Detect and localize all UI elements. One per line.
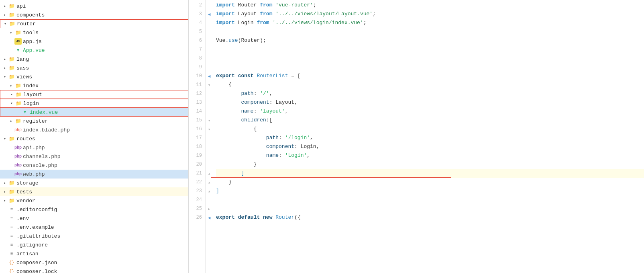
fold-down-icon[interactable]: ▾ — [208, 118, 211, 123]
folder-icon — [8, 21, 16, 27]
sidebar-item[interactable]: sass — [0, 64, 188, 72]
code-token: component — [266, 142, 294, 151]
sidebar-item[interactable]: router — [0, 19, 188, 28]
line-number: 25 — [189, 204, 202, 213]
code-token: component — [241, 98, 269, 107]
sidebar-item[interactable]: php index.blade.php — [0, 125, 188, 134]
fold-up-icon[interactable]: ▴ — [208, 171, 211, 176]
sidebar-item[interactable]: php channels.php — [0, 152, 188, 161]
code-token — [235, 213, 238, 222]
sidebar-item[interactable]: routes — [0, 134, 188, 143]
php-file-icon: php — [14, 171, 22, 177]
sidebar-item-label: .gitignore — [16, 242, 48, 248]
sidebar-item[interactable]: ≡ .editorconfig — [0, 205, 188, 214]
sidebar-item[interactable]: {} composer.json — [0, 258, 188, 267]
tree-arrow — [2, 181, 8, 185]
fold-right-icon[interactable]: ▸ — [208, 206, 211, 211]
code-token: , — [310, 133, 313, 142]
fold-marker[interactable]: ◀ — [206, 10, 213, 18]
code-token: const — [238, 72, 254, 80]
fold-marker[interactable]: ◀ — [206, 213, 213, 222]
sidebar-item[interactable]: register — [0, 117, 188, 125]
sidebar-item[interactable]: views — [0, 72, 188, 81]
code-line: export const RouterList = [ — [216, 72, 644, 80]
js-file-icon: JS — [14, 38, 22, 45]
folder-icon — [8, 74, 15, 80]
fold-marker[interactable]: ▴ — [206, 169, 213, 178]
sidebar-item-label: web.php — [23, 171, 45, 177]
line-number: 20 — [189, 160, 202, 169]
sidebar-item[interactable]: php console.php — [0, 161, 188, 170]
sidebar-item[interactable]: layout — [0, 90, 188, 99]
fold-left-icon[interactable]: ◀ — [208, 12, 211, 17]
fold-up-icon[interactable]: ▴ — [208, 189, 211, 194]
fold-marker[interactable]: ▾ — [206, 116, 213, 125]
code-token: 'layout' — [260, 107, 285, 116]
code-editor: 2345678910111213141516171819202122232425… — [189, 0, 644, 273]
fold-marker[interactable]: ▾ — [206, 80, 213, 89]
sidebar-item-label: .env.example — [16, 224, 54, 230]
code-token: path — [241, 89, 253, 98]
sidebar-item[interactable]: lang — [0, 55, 188, 64]
fold-marker — [206, 89, 213, 98]
code-token: : — [254, 89, 260, 98]
code-token — [216, 116, 241, 125]
sidebar-item[interactable]: ≡ .env — [0, 214, 188, 223]
sidebar-item[interactable]: php web.php — [0, 170, 188, 179]
sidebar-item[interactable]: api — [0, 2, 188, 10]
code-token: '/login' — [285, 133, 310, 142]
code-token: new — [263, 213, 272, 222]
line-number: 11 — [189, 80, 202, 89]
fold-marker[interactable]: ▴ — [206, 187, 213, 195]
sidebar-item[interactable]: vendor — [0, 196, 188, 205]
sidebar-item[interactable]: ≡ .gitignore — [0, 240, 188, 249]
sidebar-item[interactable]: ≡ .gitattributes — [0, 232, 188, 240]
code-token — [272, 213, 275, 222]
sidebar-item-label: storage — [16, 180, 39, 186]
sidebar-item[interactable]: ≡ .env.example — [0, 223, 188, 232]
php-file-icon: php — [14, 153, 22, 160]
code-line: children:[ — [216, 116, 644, 125]
sidebar-item-label: lang — [16, 56, 29, 62]
fold-marker[interactable]: ◀ — [206, 72, 213, 80]
sidebar-item[interactable]: ≡ artisan — [0, 249, 188, 258]
line-numbers: 2345678910111213141516171819202122232425… — [189, 0, 206, 273]
fold-left-icon[interactable]: ◀ — [208, 215, 211, 220]
sidebar-item[interactable]: index — [0, 81, 188, 90]
line-number: 7 — [189, 45, 202, 54]
sidebar-item-label: api — [16, 3, 26, 9]
fold-left-icon[interactable]: ◀ — [208, 74, 211, 79]
sidebar-item[interactable]: compoents — [0, 10, 188, 19]
sidebar-item-label: index.blade.php — [23, 127, 70, 133]
sidebar-item[interactable]: ▼ index.vue — [0, 108, 188, 117]
sidebar-item[interactable]: php api.php — [0, 143, 188, 152]
code-token: Login — [235, 18, 257, 27]
code-token — [216, 133, 266, 142]
code-token: ] — [216, 187, 219, 195]
fold-down-icon[interactable]: ▾ — [208, 127, 211, 132]
file-tree[interactable]: api compoents router tools JS app.js ▼ — [0, 0, 189, 273]
tree-arrow — [2, 198, 8, 203]
sidebar-item[interactable]: JS app.js — [0, 37, 188, 46]
sidebar-item-label: views — [16, 74, 32, 80]
tree-arrow — [2, 74, 8, 79]
code-token — [254, 72, 257, 80]
folder-icon — [14, 82, 22, 89]
folder-icon — [8, 180, 15, 186]
fold-down-icon[interactable]: ▾ — [208, 82, 211, 88]
sidebar-item[interactable]: storage — [0, 179, 188, 187]
fold-marker[interactable]: ▾ — [206, 125, 213, 133]
fold-up-icon[interactable]: ▴ — [208, 180, 211, 185]
sidebar-item[interactable]: {} composer.lock — [0, 267, 188, 273]
sidebar-item[interactable]: login — [0, 99, 188, 108]
sidebar-item[interactable]: ▼ App.vue — [0, 46, 188, 55]
sidebar-item-label: api.php — [23, 145, 45, 151]
code-token: Router — [235, 1, 260, 10]
folder-icon — [14, 29, 22, 36]
sidebar-item[interactable]: tools — [0, 28, 188, 37]
fold-marker[interactable]: ▸ — [206, 204, 213, 213]
fold-marker[interactable]: ▴ — [206, 178, 213, 187]
json-file-icon: {} — [8, 259, 15, 266]
sidebar-item[interactable]: tests — [0, 187, 188, 196]
line-number: 3 — [189, 10, 202, 18]
